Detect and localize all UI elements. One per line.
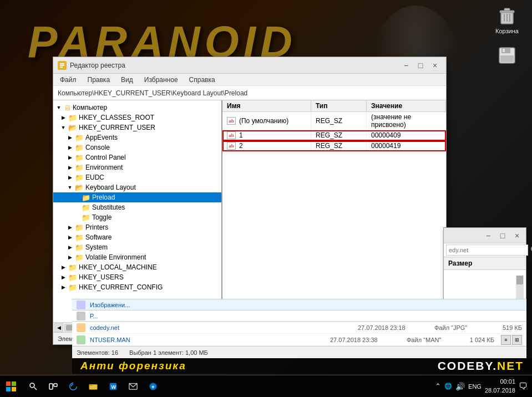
expand-substitutes[interactable] — [73, 204, 80, 211]
svg-text:W: W — [111, 384, 116, 389]
second-titlebar: − □ × — [444, 228, 526, 243]
maximize-button[interactable]: □ — [414, 59, 427, 72]
hklm-icon: 📁 — [68, 263, 77, 272]
preload-icon: 📁 — [82, 194, 90, 202]
tree-hkey-classes-root[interactable]: ▶ 📁 HKEY_CLASSES_ROOT — [53, 113, 221, 123]
hkcc-icon: 📁 — [68, 283, 77, 292]
expand-hkcu[interactable]: ▼ — [60, 124, 67, 131]
tree-keyboard-layout[interactable]: ▼ 📂 Keyboard Layout — [53, 182, 221, 192]
tree-software[interactable]: ▶ 📁 Software — [53, 232, 221, 242]
ve-icon: 📁 — [75, 253, 84, 262]
tree-hkey-current-user[interactable]: ▼ 📂 HKEY_CURRENT_USER — [53, 123, 221, 133]
tree-preload[interactable]: 📁 Preload — [53, 192, 221, 202]
desktop-icons: Корзина — [490, 6, 524, 68]
taskbar-task-view[interactable] — [44, 378, 62, 395]
expand-hkcr[interactable]: ▶ — [60, 114, 67, 121]
tray-up-arrow[interactable]: ⌃ — [435, 382, 441, 390]
taskbar-clock[interactable]: 00:01 28.07.2018 — [485, 378, 515, 395]
expand-ve[interactable]: ▶ — [67, 254, 73, 261]
list-view-button[interactable]: ≡ — [501, 335, 511, 345]
tree-appevents[interactable]: ▶ 📁 AppEvents — [53, 133, 221, 142]
tree-ve-label: Volatile Environment — [85, 253, 146, 261]
tree-hkey-local-machine[interactable]: ▶ 📁 HKEY_LOCAL_MACHINE — [53, 262, 221, 272]
tree-hkey-current-config[interactable]: ▶ 📁 HKEY_CURRENT_CONFIG — [53, 282, 221, 292]
expand-computer[interactable]: ▼ — [55, 104, 62, 111]
tree-substitutes[interactable]: 📁 Substitutes — [53, 202, 221, 212]
taskbar-mail[interactable] — [124, 378, 142, 395]
expand-hku[interactable]: ▶ — [60, 274, 67, 281]
data-row-2[interactable]: ab 2 REG_SZ 00000419 — [222, 141, 446, 151]
registry-tree[interactable]: ▼ 🖥 Компьютер ▶ 📁 HKEY_CLASSES_ROOT ▼ 📂 … — [53, 100, 222, 322]
tree-computer[interactable]: ▼ 🖥 Компьютер — [53, 103, 221, 113]
close-button[interactable]: × — [428, 59, 442, 72]
tree-volatile-env[interactable]: ▶ 📁 Volatile Environment — [53, 252, 221, 262]
data-row-1[interactable]: ab 1 REG_SZ 00000409 — [222, 130, 446, 141]
file-row-codedy[interactable]: codedy.net 27.07.2018 23:18 Файл "JPG" 5… — [72, 322, 526, 334]
expand-cp[interactable]: ▶ — [67, 154, 73, 161]
taskbar-edge[interactable] — [64, 378, 82, 395]
taskbar-explorer[interactable] — [84, 378, 102, 395]
expand-console[interactable]: ▶ — [67, 144, 73, 151]
expand-appevents[interactable]: ▶ — [67, 134, 73, 141]
registry-data-panel[interactable]: Имя Тип Значение ab (По умолчанию) REG_S… — [222, 100, 446, 322]
vscroll-thumb — [516, 276, 523, 284]
tree-eudc[interactable]: ▶ 📁 EUDC — [53, 172, 221, 182]
expand-toggle[interactable] — [73, 214, 80, 221]
tree-hkey-users[interactable]: ▶ 📁 HKEY_USERS — [53, 272, 221, 282]
file-row-ntuser[interactable]: NTUSER.MAN 27.07.2018 23:38 Файл "MAN" 1… — [72, 334, 526, 346]
data-type-2: REG_SZ — [316, 142, 342, 150]
expand-eudc[interactable]: ▶ — [67, 174, 73, 181]
expand-hklm[interactable]: ▶ — [60, 264, 67, 271]
computer-folder-icon: 🖥 — [64, 104, 71, 112]
floppy-icon[interactable] — [490, 45, 524, 68]
svg-rect-13 — [60, 67, 63, 68]
tree-hku-label: HKEY_USERS — [79, 273, 124, 281]
file-row-partial-1[interactable]: Изображени... — [72, 299, 526, 311]
tray-volume-icon[interactable]: 🔊 — [455, 382, 465, 391]
tree-control-panel[interactable]: ▶ 📁 Control Panel — [53, 152, 221, 162]
data-cell-value-2: 00000419 — [367, 141, 446, 151]
tree-system[interactable]: ▶ 📁 System — [53, 242, 221, 252]
tree-console[interactable]: ▶ 📁 Console — [53, 142, 221, 152]
svg-line-19 — [34, 387, 37, 390]
scroll-left-button[interactable]: ◀ — [54, 323, 63, 332]
grid-view-button[interactable]: ⊞ — [512, 335, 522, 345]
menu-help[interactable]: Справка — [185, 75, 220, 85]
expand-software[interactable]: ▶ — [67, 234, 73, 241]
data-row-default[interactable]: ab (По умолчанию) REG_SZ (значение не пр… — [222, 112, 446, 130]
second-search-input[interactable] — [446, 245, 528, 256]
tree-toggle[interactable]: 📁 Toggle — [53, 212, 221, 222]
header-value: Значение — [367, 100, 446, 111]
tree-hkcc-label: HKEY_CURRENT_CONFIG — [79, 283, 163, 291]
expand-env[interactable]: ▶ — [67, 164, 73, 171]
svg-rect-8 — [500, 55, 514, 62]
expand-preload[interactable] — [73, 194, 80, 201]
menu-edit[interactable]: Правка — [83, 75, 115, 85]
notification-icon[interactable]: 🗨 — [519, 381, 528, 391]
start-button[interactable] — [0, 375, 22, 398]
recycle-bin-icon[interactable]: Корзина — [490, 6, 524, 34]
expand-kl[interactable]: ▼ — [67, 184, 73, 191]
expand-hkcc[interactable]: ▶ — [60, 284, 67, 291]
expand-printers[interactable]: ▶ — [67, 224, 73, 231]
menu-view[interactable]: Вид — [116, 75, 138, 85]
menu-favorites[interactable]: Избранное — [140, 75, 183, 85]
codedy-file-name[interactable]: codedy.net — [90, 324, 353, 331]
tree-kl-label: Keyboard Layout — [85, 184, 136, 191]
tray-lang[interactable]: ENG — [468, 383, 482, 390]
data-cell-name-default: ab (По умолчанию) — [222, 112, 311, 130]
second-maximize[interactable]: □ — [496, 230, 509, 242]
second-close[interactable]: × — [510, 230, 524, 242]
file-row-partial-2[interactable]: Р... — [72, 311, 526, 322]
taskbar-extra[interactable]: ✦ — [144, 378, 162, 395]
taskbar-store[interactable]: W — [104, 378, 122, 395]
menu-file[interactable]: Файл — [55, 75, 81, 85]
ntuser-file-date: 27.07.2018 23:38 — [330, 337, 402, 343]
expand-system[interactable]: ▶ — [67, 244, 73, 251]
taskbar-search[interactable] — [24, 378, 42, 395]
ntuser-file-name[interactable]: NTUSER.MAN — [90, 337, 326, 343]
tree-environment[interactable]: ▶ 📁 Environment — [53, 162, 221, 172]
tree-printers[interactable]: ▶ 📁 Printers — [53, 222, 221, 232]
second-minimize[interactable]: − — [482, 230, 495, 242]
minimize-button[interactable]: − — [399, 59, 413, 72]
